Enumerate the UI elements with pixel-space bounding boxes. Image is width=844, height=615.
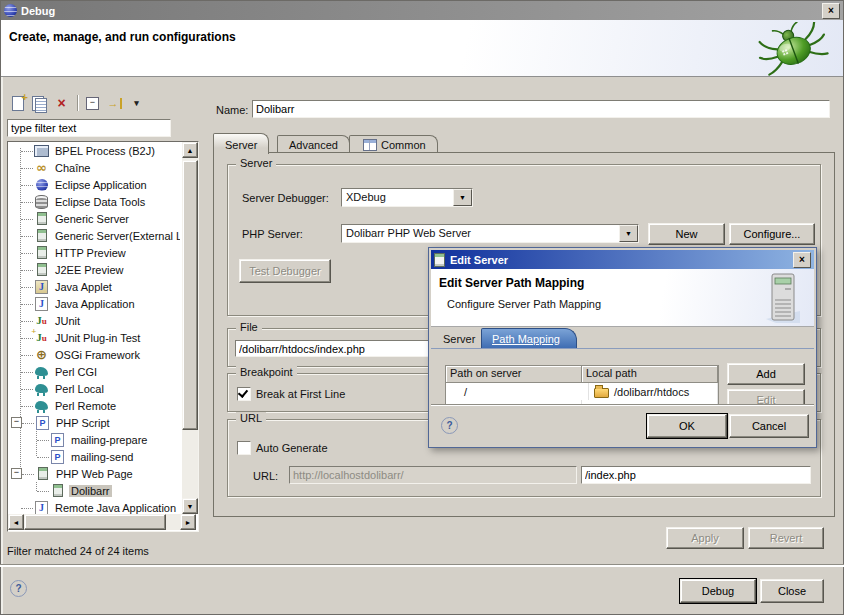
- table-row[interactable]: //dolibarr/htdocs: [446, 383, 718, 400]
- filter-icon[interactable]: →: [104, 94, 125, 113]
- tree-item-perl-remote[interactable]: Perl Remote: [8, 397, 180, 414]
- debug-button[interactable]: Debug: [680, 579, 756, 603]
- tree-item-bpel-process-b2j[interactable]: BPEL Process (B2J): [8, 142, 180, 159]
- delete-configuration-icon[interactable]: ×: [51, 94, 72, 113]
- tree-item-label[interactable]: Java Application: [53, 298, 137, 310]
- tree-item-remote-java-application[interactable]: J→Remote Java Application: [8, 499, 180, 514]
- window-titlebar[interactable]: Debug ×: [1, 1, 843, 20]
- tree-item-mailing-prepare[interactable]: Pmailing-prepare: [8, 431, 180, 448]
- dialog-tab-path-mapping[interactable]: Path Mapping: [481, 328, 577, 348]
- tree-item-java-applet[interactable]: JJava Applet: [8, 278, 180, 295]
- tree-item-label[interactable]: OSGi Framework: [53, 349, 142, 361]
- new-server-button[interactable]: New: [648, 223, 725, 245]
- filter-input[interactable]: [7, 119, 171, 137]
- collapse-all-icon[interactable]: −: [82, 94, 103, 113]
- tree-item-j2ee-preview[interactable]: J2EE Preview: [8, 261, 180, 278]
- tree-item-label[interactable]: Generic Server(External La: [53, 230, 180, 242]
- tree-item-label[interactable]: Chaîne: [53, 162, 92, 174]
- help-icon[interactable]: ?: [10, 580, 27, 597]
- url-path-input[interactable]: [581, 466, 811, 484]
- revert-button[interactable]: Revert: [748, 527, 824, 549]
- tree-item-php-web-page[interactable]: −PHP Web Page: [8, 465, 180, 482]
- tree-item-label[interactable]: mailing-prepare: [69, 434, 149, 446]
- tree-item-label[interactable]: Generic Server: [53, 213, 131, 225]
- scroll-up-icon[interactable]: ▲: [182, 142, 198, 158]
- tree-item-eclipse-data-tools[interactable]: Eclipse Data Tools: [8, 193, 180, 210]
- tab-common[interactable]: Common: [349, 135, 438, 152]
- tree-item-label[interactable]: PHP Web Page: [54, 468, 135, 480]
- tree-item-label[interactable]: JUnit: [53, 315, 82, 327]
- tree-item-label[interactable]: BPEL Process (B2J): [53, 145, 157, 157]
- tree-item-generic-server-external-la[interactable]: Generic Server(External La: [8, 227, 180, 244]
- tree-item-label[interactable]: Eclipse Data Tools: [53, 196, 147, 208]
- tree-item-cha-ne[interactable]: ∞Chaîne: [8, 159, 180, 176]
- vertical-scroll-thumb[interactable]: [182, 160, 198, 430]
- duplicate-configuration-icon[interactable]: [29, 94, 50, 113]
- tree-vertical-scrollbar[interactable]: ▲ ▼: [182, 142, 198, 514]
- tree-item-dolibarr[interactable]: Dolibarr: [8, 482, 180, 499]
- tree-item-generic-server[interactable]: Generic Server: [8, 210, 180, 227]
- url-base-input[interactable]: [289, 466, 577, 484]
- tree-item-label[interactable]: PHP Script: [54, 417, 112, 429]
- add-mapping-button[interactable]: Add: [727, 363, 805, 385]
- auto-generate-checkbox[interactable]: [237, 441, 251, 455]
- tree-item-perl-local[interactable]: Perl Local: [8, 380, 180, 397]
- tree-item-label[interactable]: HTTP Preview: [53, 247, 128, 259]
- server-debugger-select[interactable]: XDebug ▼: [341, 188, 473, 207]
- dialog-help-icon[interactable]: ?: [441, 417, 458, 434]
- filter-menu-arrow-icon[interactable]: ▾: [126, 94, 147, 113]
- footer-separator: [0, 564, 844, 567]
- ok-button[interactable]: OK: [647, 414, 727, 438]
- apply-button[interactable]: Apply: [666, 527, 744, 549]
- tree-item-junit[interactable]: JuJUnit: [8, 312, 180, 329]
- tree-item-label[interactable]: Java Applet: [53, 281, 114, 293]
- horizontal-scroll-thumb[interactable]: [24, 514, 166, 530]
- tree-item-mailing-send[interactable]: Pmailing-send: [8, 448, 180, 465]
- tree-item-label[interactable]: Dolibarr: [69, 485, 112, 497]
- tree-item-http-preview[interactable]: HTTP Preview: [8, 244, 180, 261]
- tree-item-label[interactable]: J2EE Preview: [53, 264, 125, 276]
- php-server-select[interactable]: Dolibarr PHP Web Server ▼: [341, 224, 639, 243]
- edit-server-titlebar[interactable]: Edit Server ×: [431, 250, 814, 269]
- tree-item-label[interactable]: JUnit Plug-in Test: [53, 332, 142, 344]
- tree-item-label[interactable]: Perl CGI: [53, 366, 99, 378]
- tree-item-label[interactable]: Remote Java Application: [53, 502, 178, 514]
- tree-item-label[interactable]: mailing-send: [69, 451, 135, 463]
- tree-item-php-script[interactable]: −PPHP Script: [8, 414, 180, 431]
- scroll-left-icon[interactable]: ◄: [8, 514, 24, 530]
- tree-item-label[interactable]: Perl Local: [53, 383, 106, 395]
- collapse-expander-icon[interactable]: −: [11, 417, 22, 428]
- edit-mapping-button[interactable]: Edit: [727, 389, 805, 404]
- tree-horizontal-scrollbar[interactable]: ◄ ►: [8, 514, 196, 530]
- close-button[interactable]: Close: [760, 579, 824, 603]
- break-at-first-line-checkbox[interactable]: [237, 387, 251, 401]
- dialog-close-button[interactable]: ×: [793, 252, 811, 268]
- tree-item-perl-cgi[interactable]: Perl CGI: [8, 363, 180, 380]
- cancel-button[interactable]: Cancel: [729, 414, 809, 438]
- collapse-expander-icon[interactable]: −: [11, 468, 22, 479]
- tab-advanced[interactable]: Advanced: [277, 135, 350, 152]
- test-debugger-button[interactable]: Test Debugger: [239, 259, 331, 283]
- chevron-down-icon[interactable]: ▼: [453, 189, 472, 206]
- table-header[interactable]: Path on server: [446, 366, 582, 383]
- tree-item-label[interactable]: Eclipse Application: [53, 179, 149, 191]
- tree-item-osgi-framework[interactable]: ⊕OSGi Framework: [8, 346, 180, 363]
- tree-item-label[interactable]: Perl Remote: [53, 400, 118, 412]
- path-mapping-panel: Path on serverLocal path//dolibarr/htdoc…: [431, 348, 814, 404]
- tab-server[interactable]: Server: [213, 133, 269, 154]
- tree-item-eclipse-application[interactable]: Eclipse Application: [8, 176, 180, 193]
- scroll-right-icon[interactable]: ►: [180, 514, 196, 530]
- chevron-down-icon[interactable]: ▼: [619, 225, 638, 242]
- name-input[interactable]: [252, 100, 830, 118]
- path-mapping-table[interactable]: Path on serverLocal path//dolibarr/htdoc…: [445, 365, 719, 404]
- configure-server-button[interactable]: Configure...: [729, 223, 815, 245]
- window-close-button[interactable]: ×: [822, 3, 840, 19]
- local-path-cell[interactable]: /dolibarr/htdocs: [589, 383, 718, 400]
- server-path-cell[interactable]: /: [446, 383, 589, 400]
- scroll-down-icon[interactable]: ▼: [182, 498, 198, 514]
- tree-item-java-application[interactable]: JJava Application: [8, 295, 180, 312]
- dialog-tab-server[interactable]: Server: [437, 332, 481, 346]
- tree-item-junit-plug-in-test[interactable]: +JuJUnit Plug-in Test: [8, 329, 180, 346]
- new-configuration-icon[interactable]: +: [7, 94, 28, 113]
- table-header[interactable]: Local path: [582, 366, 718, 383]
